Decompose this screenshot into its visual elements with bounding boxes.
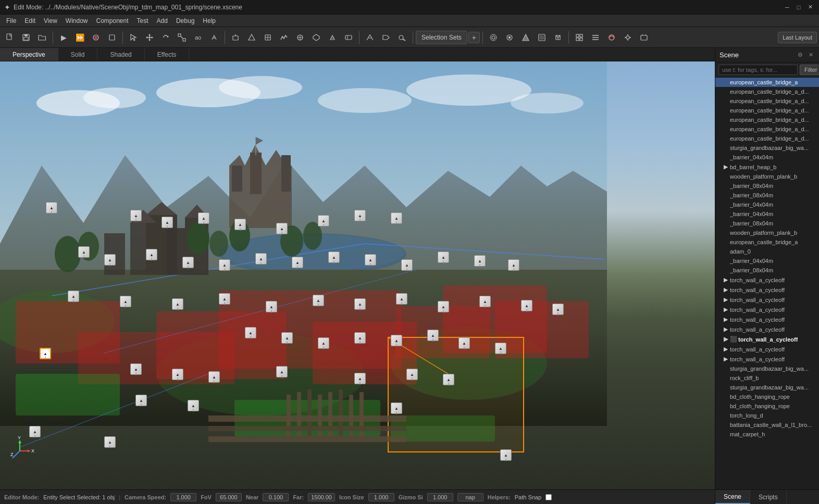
panel-close-icon[interactable]: ✕ xyxy=(806,51,815,59)
menu-debug[interactable]: Debug xyxy=(172,15,198,27)
scene-item-23[interactable]: ▶ torch_wall_a_cycleoff xyxy=(715,285,819,295)
toolbar-view-btn1[interactable] xyxy=(486,30,501,45)
last-layout-button[interactable]: Last Layout xyxy=(778,32,817,43)
scene-item-21[interactable]: _barrier_08x04m xyxy=(715,266,819,275)
scene-item-11[interactable]: wooden_platform_plank_b xyxy=(715,172,819,181)
menu-test[interactable]: Test xyxy=(133,15,153,27)
scene-item-36[interactable]: torch_long_d xyxy=(715,411,819,420)
scene-item-15[interactable]: _barrier_04x04m xyxy=(715,209,819,219)
scene-item-24[interactable]: ▶ torch_wall_a_cycleoff xyxy=(715,295,819,305)
scene-item-7[interactable]: european_castle_bridge_a_d... xyxy=(715,134,819,143)
scene-item-31[interactable]: sturgia_grandbazaar_big_wa... xyxy=(715,364,819,373)
toolbar-view-btn3[interactable] xyxy=(518,30,533,45)
scene-item-22[interactable]: ▶ torch_wall_a_cycleoff xyxy=(715,275,819,285)
scene-item-14[interactable]: _barrier_04x04m xyxy=(715,200,819,209)
menu-view[interactable]: View xyxy=(40,15,61,27)
toolbar-stop-btn[interactable] xyxy=(104,30,120,45)
tab-scripts[interactable]: Scripts xyxy=(750,490,787,504)
menu-component[interactable]: Component xyxy=(92,15,133,27)
toolbar-new-btn[interactable] xyxy=(2,30,18,45)
scene-item-4[interactable]: european_castle_bridge_a_d... xyxy=(715,106,819,115)
scene-item-10[interactable]: ▶ bd_barrel_heap_b xyxy=(715,162,819,172)
scene-item-38[interactable]: mat_carpet_h xyxy=(715,430,819,439)
tab-perspective[interactable]: Perspective xyxy=(0,48,58,61)
toolbar-view-btn4[interactable] xyxy=(534,30,550,45)
scene-item-16[interactable]: _barrier_08x04m xyxy=(715,219,819,228)
toolbar-obj-btn8[interactable] xyxy=(341,30,356,45)
add-selection-set-button[interactable]: + xyxy=(468,32,480,43)
menu-edit[interactable]: Edit xyxy=(20,15,40,27)
tab-solid[interactable]: Solid xyxy=(58,48,98,61)
scene-item-2[interactable]: european_castle_bridge_a_d... xyxy=(715,87,819,96)
scene-item-20[interactable]: _barrier_04x04m xyxy=(715,256,819,266)
toolbar-cam-btn1[interactable] xyxy=(362,30,378,45)
toolbar-play-btn[interactable]: ▶ xyxy=(56,30,71,45)
scene-item-1[interactable]: european_castle_bridge_a xyxy=(715,78,819,87)
scene-item-29[interactable]: ▶ torch_wall_a_cycleoff xyxy=(715,344,819,354)
tab-scene[interactable]: Scene xyxy=(715,490,750,504)
tab-shaded[interactable]: Shaded xyxy=(97,48,144,61)
scene-item-28[interactable]: ▶ ⬛ torch_wall_a_cycleoff xyxy=(715,334,819,344)
scene-item-18[interactable]: european_castle_bridge_a xyxy=(715,237,819,247)
path-snap-checkbox[interactable] xyxy=(545,494,552,500)
scene-item-19[interactable]: adam_0 xyxy=(715,247,819,256)
scene-item-27[interactable]: ▶ torch_wall_a_cycleoff xyxy=(715,324,819,334)
toolbar-select-btn[interactable] xyxy=(126,30,141,45)
toolbar-open-btn[interactable] xyxy=(34,30,50,45)
3d-viewport[interactable]: Z X Y ▲ ▲ ▲ ▲ ▲ ▲ ▲ ▲ ▲ ▲ ▲ ▲ ▲ xyxy=(0,61,715,489)
scene-item-25[interactable]: ▶ torch_wall_a_cycleoff xyxy=(715,305,819,314)
scene-item-12[interactable]: _barrier_08x04m xyxy=(715,181,819,191)
toolbar-cam-btn2[interactable] xyxy=(378,30,394,45)
menu-help[interactable]: Help xyxy=(198,15,220,27)
scene-item-26[interactable]: ▶ torch_wall_a_cycleoff xyxy=(715,314,819,324)
toolbar-obj-btn1[interactable] xyxy=(228,30,243,45)
toolbar-obj-btn5[interactable] xyxy=(292,30,308,45)
scene-item-37[interactable]: battania_castle_wall_a_l1_bro... xyxy=(715,420,819,430)
toolbar-right-btn1[interactable] xyxy=(572,30,587,45)
toolbar-view-btn2[interactable] xyxy=(502,30,517,45)
toolbar-right-btn2[interactable] xyxy=(588,30,603,45)
toolbar-record-btn[interactable] xyxy=(88,30,104,45)
minimize-button[interactable]: ─ xyxy=(783,3,792,12)
menu-window[interactable]: Window xyxy=(61,15,92,27)
scene-item-32[interactable]: rock_cliff_b xyxy=(715,373,819,383)
toolbar-right-btn5[interactable] xyxy=(636,30,652,45)
tab-effects[interactable]: Effects xyxy=(145,48,189,61)
toolbar-view-btn5[interactable] xyxy=(550,30,566,45)
scene-item-13[interactable]: _barrier_08x04m xyxy=(715,191,819,200)
scene-item-30[interactable]: ▶ torch_wall_a_cycleoff xyxy=(715,354,819,364)
toolbar-right-btn3[interactable] xyxy=(604,30,619,45)
scene-filter-button[interactable]: Filter xyxy=(800,65,819,75)
scene-list[interactable]: european_castle_bridge_a european_castle… xyxy=(715,78,819,489)
toolbar-obj-btn3[interactable] xyxy=(260,30,276,45)
scene-item-5[interactable]: european_castle_bridge_a_d... xyxy=(715,115,819,124)
toolbar-obj-btn4[interactable] xyxy=(276,30,292,45)
close-button[interactable]: ✕ xyxy=(805,3,815,12)
scene-item-33[interactable]: sturgia_grandbazaar_big_wa... xyxy=(715,383,819,392)
scene-item-34[interactable]: bd_cloth_hanging_rope xyxy=(715,392,819,401)
scene-item-17[interactable]: wooden_platform_plank_b xyxy=(715,228,819,237)
toolbar-obj-btn7[interactable] xyxy=(325,30,340,45)
menu-file[interactable]: File xyxy=(2,15,20,27)
toolbar-move-btn[interactable] xyxy=(142,30,157,45)
scene-item-3[interactable]: european_castle_bridge_a_d... xyxy=(715,96,819,106)
scene-item-9[interactable]: _barrier_04x04m xyxy=(715,153,819,162)
toolbar-right-btn4[interactable] xyxy=(620,30,636,45)
selection-sets-button[interactable]: Selection Sets xyxy=(416,31,467,44)
scene-item-6[interactable]: european_castle_bridge_a_d... xyxy=(715,124,819,134)
scene-item-8[interactable]: sturgia_grandbazaar_big_wa... xyxy=(715,143,819,153)
toolbar-cam-btn3[interactable] xyxy=(394,30,410,45)
toolbar-save-btn[interactable] xyxy=(18,30,34,45)
toolbar-playfwd-btn[interactable]: ⏩ xyxy=(72,30,88,45)
toolbar-obj-btn6[interactable] xyxy=(308,30,324,45)
toolbar-scale-btn[interactable] xyxy=(174,30,190,45)
toolbar-obj-btn2[interactable] xyxy=(244,30,259,45)
menu-add[interactable]: Add xyxy=(153,15,172,27)
panel-settings-icon[interactable]: ⚙ xyxy=(796,51,804,59)
scene-item-35[interactable]: bd_cloth_hanging_rope xyxy=(715,401,819,411)
toolbar-gizmo-btn[interactable] xyxy=(206,30,222,45)
scene-search-input[interactable] xyxy=(718,65,798,75)
toolbar-rotate-btn[interactable] xyxy=(158,30,173,45)
toolbar-snap-btn[interactable]: ao xyxy=(190,30,206,45)
maximize-button[interactable]: □ xyxy=(794,3,803,12)
